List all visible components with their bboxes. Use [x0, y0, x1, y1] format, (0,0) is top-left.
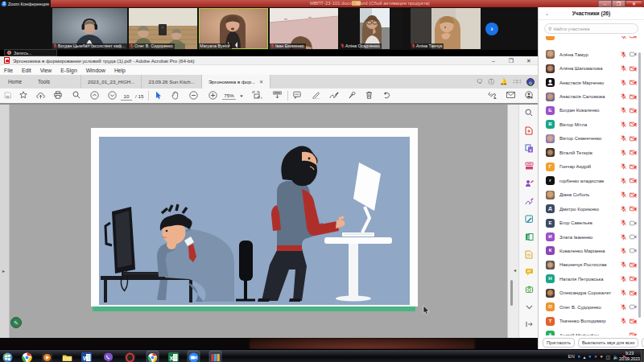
word-icon[interactable]: W [81, 352, 92, 362]
document-scrollbar-thumb[interactable] [510, 280, 513, 306]
print-icon[interactable] [49, 91, 67, 101]
tray-zoom-icon[interactable]: ● [588, 354, 592, 359]
menu-item-edit[interactable]: Edit [22, 68, 31, 73]
participant-row[interactable] [539, 36, 641, 43]
right-panel-collapse-icon[interactable]: ◂ [514, 267, 516, 273]
share-link-icon[interactable] [482, 92, 502, 101]
participant-row[interactable]: Віталій Тетерів [539, 146, 641, 159]
video-tile[interactable]: Олег В. Сидоренко [129, 8, 197, 49]
taskbar-clock[interactable]: 9:23 20.09.2023 [616, 351, 643, 361]
word-close-button[interactable]: ✕ [625, 0, 642, 7]
tool-request-sign-icon[interactable] [524, 179, 534, 189]
participant-row[interactable]: ГГончар Андрій [539, 160, 641, 174]
undo-icon[interactable] [378, 91, 395, 101]
start-button[interactable] [2, 352, 13, 362]
participants-scrollbar[interactable] [638, 52, 641, 318]
participant-row[interactable]: ООлег В. Судоренко [539, 300, 641, 314]
media-player-icon[interactable] [42, 352, 52, 362]
participant-row[interactable]: Олександра Сорокалет [539, 286, 641, 300]
video-tile[interactable]: Аліна Осадченко [340, 8, 402, 49]
participant-row[interactable]: Алёна Тамур [539, 47, 641, 61]
account-avatar[interactable] [526, 78, 535, 86]
participant-row[interactable]: Віктор Семенченко [539, 132, 641, 146]
tool-create-pdf-icon[interactable] [524, 126, 534, 136]
next-page-icon[interactable] [103, 91, 121, 101]
document-scrollbar[interactable]: ◂ [507, 105, 518, 338]
zoom-out-icon[interactable] [184, 91, 203, 101]
participant-search-input[interactable]: ⚲ Найти участника [544, 23, 638, 34]
participant-row[interactable]: ИЗлата Іваненко [539, 230, 641, 244]
delete-icon[interactable] [361, 91, 378, 101]
select-tool-icon[interactable] [149, 91, 167, 101]
video-tile[interactable]: Maryana Byelor [199, 8, 268, 49]
email-icon[interactable] [502, 92, 520, 100]
participant-row[interactable]: ДДмитро Корнієнко [539, 202, 641, 216]
tool-comment-bubble-icon[interactable] [524, 268, 534, 278]
apps-grid-icon[interactable]: ∷∷ [513, 78, 521, 85]
participant-row[interactable]: Анастасія Марченко [539, 76, 641, 89]
stamp-icon[interactable] [343, 91, 361, 101]
video-strip-next-button[interactable]: › [485, 23, 498, 35]
zoom-level-input[interactable]: 75% [222, 93, 235, 100]
tab-document[interactable]: 2023_01_23_HIGH... [80, 75, 141, 88]
page-number-input[interactable]: 10 [121, 92, 132, 101]
tab-document[interactable]: Эргономика в фор...✕ [201, 75, 270, 88]
highlight-icon[interactable] [307, 91, 325, 101]
chrome-icon[interactable] [22, 352, 32, 362]
participant-row[interactable]: Наконечук Ростислав [539, 258, 641, 272]
fit-width-icon[interactable] [268, 91, 287, 101]
annotation-tool-fab[interactable]: ✎ [10, 317, 22, 328]
star-icon[interactable] [14, 91, 31, 101]
left-panel-expand-icon[interactable]: ▸ [2, 268, 5, 274]
menu-item-window[interactable]: Window [86, 68, 105, 73]
tool-comment-page-icon[interactable] [524, 250, 534, 260]
tab-tools[interactable]: Tools [30, 75, 58, 88]
fit-page-icon[interactable] [247, 91, 268, 101]
tray-display-icon[interactable]: ◫ [605, 354, 610, 360]
tool-export-icon[interactable] [524, 232, 534, 242]
tray-viber-icon[interactable]: ● [594, 354, 597, 359]
add-user-icon[interactable] [520, 91, 538, 101]
participant-row[interactable]: ББогдан Коваленко [539, 104, 641, 117]
word-minimize-button[interactable]: – [598, 0, 612, 7]
menu-item-e-sign[interactable]: E-Sign [60, 68, 76, 73]
sign-icon[interactable] [325, 91, 343, 101]
zoom-dropdown-icon[interactable] [236, 93, 247, 100]
zoom-in-icon[interactable] [203, 91, 222, 101]
participant-row[interactable]: Алёна Шаповалова [539, 61, 641, 75]
tray-app-icon[interactable]: ● [600, 354, 603, 359]
tab-close-icon[interactable]: ✕ [259, 79, 263, 84]
tool-scan-icon[interactable] [524, 286, 534, 295]
participant-row[interactable]: ААндрій Medvediev [539, 328, 641, 335]
previous-page-icon[interactable] [86, 91, 103, 101]
opera-icon[interactable] [125, 352, 135, 362]
tool-edit-pdf-icon[interactable] [524, 215, 534, 224]
search-icon[interactable] [67, 91, 86, 101]
tab-home[interactable]: Home [0, 75, 30, 88]
participant-row[interactable]: ВВіктор Мітла [539, 117, 641, 131]
acrobat-close-button[interactable]: ✕ [520, 56, 538, 65]
help-icon[interactable]: ⓘ [489, 78, 495, 86]
comment-icon[interactable] [288, 91, 307, 101]
participant-row[interactable]: ггорбенко владислав [539, 174, 641, 187]
tool-fill-sign-icon[interactable] [524, 197, 534, 207]
tool-combine-icon[interactable] [524, 144, 534, 154]
tool-expand-icon[interactable] [524, 321, 534, 331]
video-tile[interactable]: Аліна Танчук [411, 8, 481, 49]
show-desktop-button[interactable] [641, 350, 644, 362]
tool-organize-icon[interactable] [524, 162, 534, 171]
menu-item-view[interactable]: View [40, 68, 52, 73]
participants-menu-chevron-icon[interactable]: ⌄ [545, 10, 549, 16]
acrobat-minimize-button[interactable]: – [485, 56, 502, 65]
participant-row[interactable]: Анастасія Саломова [539, 89, 641, 103]
excel-icon[interactable]: X [168, 352, 179, 362]
word-restore-button[interactable]: ❐ [612, 0, 625, 7]
bell-icon[interactable]: 🔔 [500, 78, 507, 85]
participant-row[interactable]: ЕЕгор Савельев [539, 216, 641, 229]
explorer-icon[interactable] [62, 352, 72, 362]
save-icon[interactable] [0, 92, 14, 101]
viber-icon[interactable] [103, 352, 114, 362]
menu-item-file[interactable]: File [4, 68, 13, 73]
invite-button[interactable]: Пригласить [543, 338, 575, 348]
tray-arrow-icon[interactable]: ▴ [584, 354, 586, 360]
